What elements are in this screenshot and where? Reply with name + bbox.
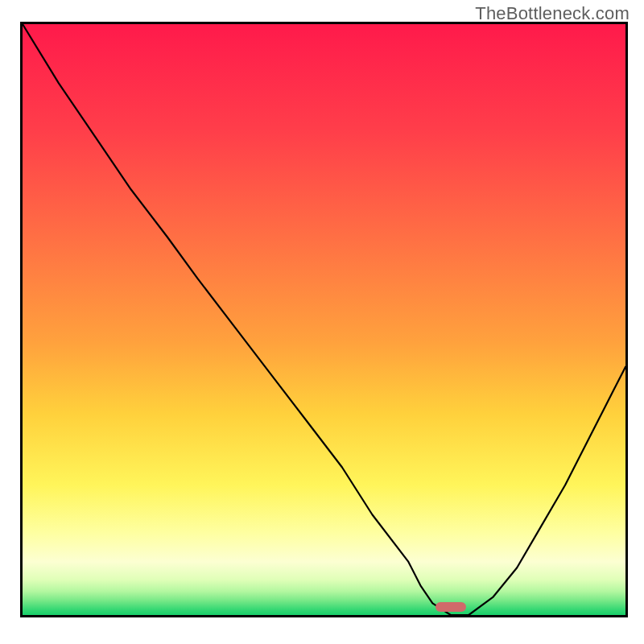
chart-container: TheBottleneck.com xyxy=(0,0,644,644)
bottleneck-curve xyxy=(23,24,625,615)
optimal-range-marker xyxy=(436,602,465,612)
plot-frame xyxy=(20,22,628,617)
plot-area xyxy=(23,24,625,615)
